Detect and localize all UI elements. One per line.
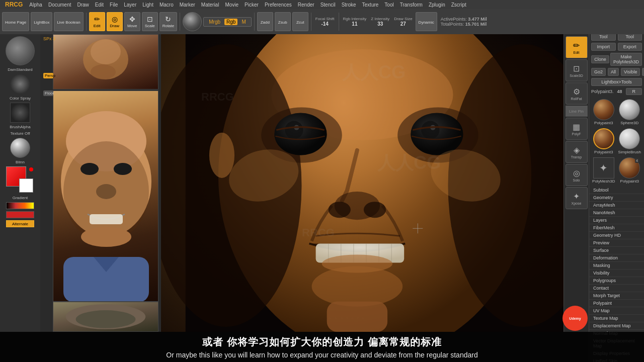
fibermesh-menu-item[interactable]: FiberMesh (589, 224, 644, 232)
menu-alpha[interactable]: Alpha (27, 2, 45, 8)
mesh-item-simplebrush[interactable]: SimpleBrush (617, 127, 642, 155)
nanomesh-menu-item[interactable]: NanoMesh (589, 209, 644, 217)
line-pin-btn[interactable]: Line Pin (566, 106, 588, 117)
scale-button[interactable]: ⊡ Scale (142, 12, 158, 31)
menu-macro[interactable]: Macro (157, 2, 176, 8)
menu-movie[interactable]: Movie (222, 2, 241, 8)
xpose-label: Xpose (572, 202, 582, 205)
morph-target-menu-item[interactable]: Morph Target (589, 292, 644, 300)
r-button[interactable]: R (642, 68, 644, 76)
mesh-item-polypaint3-1[interactable]: Polypaint3 (591, 98, 616, 126)
menu-file[interactable]: File (107, 2, 120, 8)
all-button[interactable]: All (608, 68, 619, 76)
live-boolean-button[interactable]: Live Boolean (54, 12, 83, 31)
scale3d-btn[interactable]: ⊡ Scale3D (566, 59, 588, 81)
transp-btn[interactable]: ◈ Transp (566, 141, 588, 163)
mesh-item-polypaint3-3[interactable]: 4 Polypaint3 (617, 156, 642, 185)
color-spray-icon[interactable] (10, 74, 30, 94)
gradient-swatch[interactable] (6, 202, 34, 209)
menu-edit[interactable]: Edit (93, 2, 106, 8)
polypaint-r-button[interactable]: R (626, 88, 642, 95)
ref-photo-top (53, 34, 158, 89)
edit-mode-btn[interactable]: ✏ Edit (566, 36, 588, 58)
surface-menu-item[interactable]: Surface (589, 247, 644, 254)
clone-button[interactable]: Clone (591, 55, 609, 63)
zsub-button[interactable]: Zsub (275, 12, 291, 31)
menu-preferences[interactable]: Preferences (262, 2, 294, 8)
edit-button[interactable]: ✏ Edit (89, 12, 105, 31)
menu-tool[interactable]: Tool (382, 2, 396, 8)
solo-icon: ◎ (573, 168, 580, 178)
contact-menu-item[interactable]: Contact (589, 285, 644, 292)
focal-shift-param: Focal Shift -14 (315, 17, 335, 27)
mesh-item-polypaint3-2[interactable]: Polypaint3 (591, 127, 616, 155)
lightbox-tools-button[interactable]: Lightbox>Tools (591, 78, 642, 86)
polypaint-menu-item[interactable]: Polypaint (589, 300, 644, 307)
rollfit-btn[interactable]: ⚙ RollFat (566, 82, 588, 105)
menu-transform[interactable]: Transform (397, 2, 425, 8)
menu-light[interactable]: Light (140, 2, 156, 8)
menu-document[interactable]: Document (46, 2, 74, 8)
floor-button[interactable]: Floor (43, 90, 53, 96)
menu-material[interactable]: Material (199, 2, 222, 8)
xpose-btn[interactable]: ✦ Xpose (566, 187, 588, 209)
masking-menu-item[interactable]: Masking (589, 262, 644, 269)
dynamic-button[interactable]: Dynamic (416, 12, 437, 31)
visible-button[interactable]: Visible (621, 68, 640, 76)
deformation-menu-item[interactable]: Deformation (589, 254, 644, 262)
menu-texture[interactable]: Texture (360, 2, 381, 8)
material-preview[interactable] (10, 138, 30, 158)
draw-button[interactable]: ◎ Draw (107, 12, 123, 31)
viewport[interactable]: ▲ ▲ ▲ ● ▲ ● ▲ (161, 34, 589, 332)
toolbar-brush-preview[interactable] (183, 12, 202, 31)
color-dot (29, 167, 33, 171)
make-polymesh-button[interactable]: Make PolyMesh3D (610, 53, 642, 66)
move-button[interactable]: ✥ Move (124, 12, 140, 31)
export-button[interactable]: Export (618, 43, 642, 51)
brush-alpha-preview[interactable] (10, 103, 30, 123)
persp-button[interactable]: Persp (43, 73, 53, 78)
zadd-button[interactable]: Zadd (257, 12, 273, 31)
geometryhd-menu-item[interactable]: Geometry HD (589, 232, 644, 239)
mesh-item-sphere3d[interactable]: Sphere3D (617, 98, 642, 126)
rotate-button[interactable]: ↻ Rotate (159, 12, 178, 31)
move-icon: ✥ (129, 16, 135, 23)
menu-stroke[interactable]: Stroke (339, 2, 359, 8)
uvmap-menu-item[interactable]: UV Map (589, 307, 644, 315)
menu-marker[interactable]: Marker (177, 2, 198, 8)
menu-zplugin[interactable]: Zplugin (426, 2, 448, 8)
solo-btn[interactable]: ◎ Solo (566, 164, 588, 186)
menu-picker[interactable]: Picker (242, 2, 261, 8)
mrgb-option[interactable]: Mrgb (207, 19, 222, 25)
brush-preview[interactable] (6, 36, 35, 65)
m-option[interactable]: M (239, 19, 248, 25)
menu-stencil[interactable]: Stencil (318, 2, 338, 8)
visibility-menu-item[interactable]: Visibility (589, 269, 644, 277)
menu-layer[interactable]: Layer (121, 2, 139, 8)
home-page-button[interactable]: Home Page (2, 12, 29, 31)
import-button[interactable]: Import (591, 43, 616, 51)
menu-zscript[interactable]: Zscript (449, 2, 469, 8)
displacement-map-menu-item[interactable]: Displacement Map (589, 322, 644, 330)
secondary-color[interactable] (19, 178, 33, 193)
switch-color-btn[interactable] (6, 211, 34, 218)
preview-menu-item[interactable]: Preview (589, 239, 644, 247)
arraymesh-menu-item[interactable]: ArrayMesh (589, 202, 644, 209)
color-picker[interactable] (6, 166, 34, 194)
menu-render[interactable]: Render (295, 2, 317, 8)
lightbox-button[interactable]: LightBox (31, 12, 52, 31)
zcut-button[interactable]: Zcut (292, 12, 308, 31)
mesh-item-polymesh3d[interactable]: ✦ PolyMesh3D (591, 156, 616, 185)
polyf-label: PolyF (572, 132, 581, 136)
polygroups-menu-item[interactable]: Polygroups (589, 277, 644, 285)
texturemap-menu-item[interactable]: Texture Map (589, 315, 644, 322)
subtool-menu-item[interactable]: Subtool (589, 187, 644, 194)
alternate-button[interactable]: Alternate (6, 220, 34, 227)
menu-draw[interactable]: Draw (75, 2, 92, 8)
polyf-btn[interactable]: ▦ PolyF (566, 118, 588, 140)
rgb-option[interactable]: Rgb (224, 19, 237, 25)
go2-button[interactable]: Go2 (591, 68, 606, 76)
ref-face-bottom (53, 302, 158, 331)
layers-menu-item[interactable]: Layers (589, 217, 644, 224)
geometry-menu-item[interactable]: Geometry (589, 194, 644, 202)
